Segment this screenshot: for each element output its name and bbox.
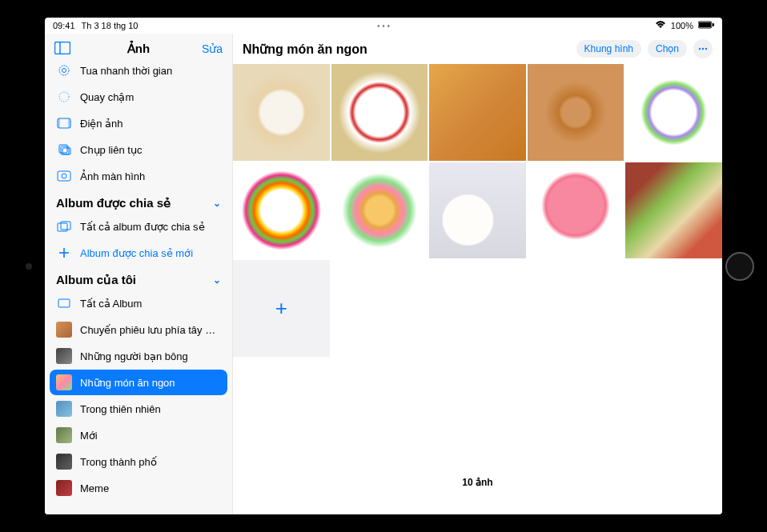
sidebar-item-timelapse[interactable]: Tua nhanh thời gian [50,64,227,83]
photo-thumbnail[interactable] [331,162,428,259]
sidebar-item-label: Những món ăn ngon [80,377,175,389]
screenshot-icon [56,168,72,184]
sidebar-item-burst[interactable]: Chụp liên tục [50,137,227,162]
svg-rect-2 [713,23,714,26]
sidebar-item-label: Ảnh màn hình [80,170,145,182]
svg-point-7 [59,92,69,102]
sidebar-item-label: Điện ảnh [80,118,123,130]
cinematic-icon [56,115,72,131]
more-button[interactable] [693,39,713,58]
sidebar-section-label: Album được chia sẻ [56,196,171,210]
sidebar-scroll[interactable]: Tua nhanh thời gian Quay chậm Điện ảnh [45,64,232,514]
sidebar-item-label: Album được chia sẻ mới [80,247,193,259]
status-left: 09:41 Th 3 18 thg 10 [53,21,138,30]
svg-point-23 [705,48,707,50]
sidebar-item-all-albums[interactable]: Tất cả Album [50,290,227,316]
home-button[interactable] [725,252,754,281]
status-time: 09:41 [53,21,75,30]
slomo-icon [56,89,72,105]
sidebar-item-label: Tất cả Album [80,298,142,310]
album-thumb [56,374,72,390]
svg-rect-1 [699,22,711,27]
screen: 09:41 Th 3 18 thg 10 • • • 100% [45,18,722,514]
svg-point-15 [62,174,66,178]
photo-thumbnail[interactable] [429,64,526,161]
sidebar-item-album-southwest[interactable]: Chuyến phiêu lưu phía tây nam [50,317,227,342]
multitask-dots[interactable]: • • • [377,22,390,30]
album-thumb [56,348,72,364]
main-content: Những món ăn ngon Khung hình Chọn [233,34,722,514]
svg-rect-20 [58,299,70,307]
sidebar-item-label: Tua nhanh thời gian [80,65,172,77]
photo-grid [233,64,722,258]
plus-icon [56,245,72,261]
svg-rect-9 [58,118,60,128]
svg-point-21 [699,48,701,50]
status-date: Th 3 18 thg 10 [82,21,139,30]
sidebar-item-label: Mới [80,430,98,442]
sidebar-header: Ảnh Sửa [45,34,232,64]
sidebar-item-slomo[interactable]: Quay chậm [50,84,227,110]
shared-albums-icon [56,218,72,234]
sidebar-section-shared[interactable]: Album được chia sẻ ⌄ [50,190,227,214]
sidebar-item-screenshots[interactable]: Ảnh màn hình [50,163,227,189]
photo-thumbnail[interactable] [528,64,624,161]
photo-thumbnail[interactable] [528,162,624,259]
photo-thumbnail[interactable] [233,162,330,259]
burst-icon [56,142,72,158]
svg-rect-3 [55,42,70,54]
sidebar-section-label: Album của tôi [56,273,136,287]
photo-thumbnail[interactable] [233,64,330,161]
sidebar-edit-button[interactable]: Sửa [191,42,223,55]
sidebar-item-album-food[interactable]: Những món ăn ngon [50,370,227,395]
timelapse-icon [56,64,72,78]
select-button[interactable]: Chọn [648,40,687,58]
plus-icon: + [275,296,287,321]
main-actions: Khung hình Chọn [576,39,713,58]
photo-thumbnail[interactable] [331,64,428,161]
album-title: Những món ăn ngon [243,42,367,57]
sidebar-item-new-shared[interactable]: Album được chia sẻ mới [50,240,227,266]
sidebar-item-label: Những người bạn bông [80,350,188,362]
main-header: Những món ăn ngon Khung hình Chọn [233,34,722,64]
sidebar-toggle-icon[interactable] [54,42,86,57]
album-thumb [56,427,72,443]
chevron-down-icon: ⌄ [213,198,221,209]
album-thumb [56,454,72,470]
sidebar-item-album-new[interactable]: Mới [50,422,227,448]
svg-rect-14 [58,171,70,181]
sidebar-item-label: Meme [80,482,109,494]
photo-thumbnail[interactable] [625,162,722,259]
svg-point-5 [59,66,69,75]
photo-grid-area[interactable]: + 10 ảnh [233,64,722,514]
photo-thumbnail[interactable] [429,162,526,259]
sidebar-section-my-albums[interactable]: Album của tôi ⌄ [50,266,227,290]
photo-thumbnail[interactable] [625,64,722,161]
sidebar-item-label: Chuyến phiêu lưu phía tây nam [80,324,221,336]
svg-point-22 [702,48,704,50]
sidebar-item-cinematic[interactable]: Điện ảnh [50,110,227,136]
album-thumb [56,480,72,496]
battery-icon [698,21,714,30]
sidebar-item-all-shared[interactable]: Tất cả album được chia sẻ [50,214,227,239]
sidebar-title: Ảnh [86,42,191,56]
sidebar-item-label: Trong thiên nhiên [80,403,161,415]
sidebar-item-album-fluffy[interactable]: Những người bạn bông [50,343,227,369]
svg-point-6 [62,69,66,73]
status-right: 100% [655,21,714,30]
status-bar: 09:41 Th 3 18 thg 10 • • • 100% [45,18,722,34]
wifi-icon [655,21,666,30]
all-albums-icon [56,295,72,311]
ipad-frame: 09:41 Th 3 18 thg 10 • • • 100% [0,0,767,532]
sidebar-item-label: Chụp liên tục [80,144,142,156]
sidebar-item-album-city[interactable]: Trong thành phố [50,449,227,474]
svg-rect-10 [68,118,70,128]
front-camera [26,263,32,270]
slideshow-button[interactable]: Khung hình [576,40,641,58]
sidebar-item-label: Trong thành phố [80,456,157,468]
add-photo-button[interactable]: + [233,260,330,357]
sidebar-item-album-nature[interactable]: Trong thiên nhiên [50,396,227,422]
sidebar-item-album-meme[interactable]: Meme [50,475,227,501]
chevron-down-icon: ⌄ [213,274,221,286]
sidebar: Ảnh Sửa Tua nhanh thời gian [45,34,233,514]
